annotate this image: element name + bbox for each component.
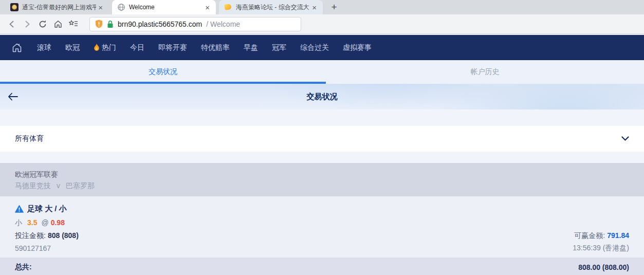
forward-nav-icon[interactable] xyxy=(20,16,35,32)
site-nav-bar: 滚球 欧冠 热门 今日 即将开赛 特优赔率 早盘 冠军 综合过关 虚拟赛事 xyxy=(0,35,644,60)
browser-tab-title: 通宝-信誉最好的网上游戏平 xyxy=(22,3,96,12)
nav-item-parlay[interactable]: 综合过关 xyxy=(300,43,329,52)
odds-value: 0.98 xyxy=(51,218,65,227)
chevron-down-icon xyxy=(621,136,629,141)
tab-account-history[interactable]: 帐户历史 xyxy=(326,60,644,84)
nav-item-special-odds[interactable]: 特优赔率 xyxy=(201,43,230,52)
match-teams: 马德里竞技v巴塞罗那 xyxy=(15,180,629,191)
page-tab-bar: 交易状况 帐户历史 xyxy=(0,60,644,84)
reload-icon[interactable] xyxy=(35,16,50,32)
page-title: 交易状况 xyxy=(307,92,338,102)
browser-tab-title: 海燕策略论坛 - 综合交流大 xyxy=(236,3,310,12)
https-lock-icon[interactable] xyxy=(107,20,114,28)
nav-home-icon[interactable] xyxy=(11,43,23,53)
url-host: brn90.plastic5665765.com xyxy=(118,20,202,28)
nav-item-virtual[interactable]: 虚拟赛事 xyxy=(343,43,372,52)
close-tab-icon[interactable]: × xyxy=(203,3,212,12)
browser-tab-strip: 通宝-信誉最好的网上游戏平 × Welcome × 海燕策略论坛 - 综合交流大… xyxy=(0,0,644,14)
payout-label: 可赢金额: xyxy=(574,231,605,240)
selection-name: 小 xyxy=(15,218,22,227)
bet-id: 590127167 xyxy=(15,244,51,252)
close-tab-icon[interactable]: × xyxy=(96,3,105,12)
league-name: 欧洲冠军联赛 xyxy=(15,169,629,180)
total-value: 808.00 (808.00) xyxy=(578,263,629,271)
sport-filter-label: 所有体育 xyxy=(15,134,44,143)
selection-line: 小3.5@0.98 xyxy=(15,216,629,230)
at-sign: @ xyxy=(41,218,48,227)
haiyan-favicon-icon xyxy=(224,3,232,11)
nav-item-ucl[interactable]: 欧冠 xyxy=(65,43,80,52)
back-arrow-icon[interactable] xyxy=(6,90,20,103)
bet-card: 欧洲冠军联赛 马德里竞技v巴塞罗那 足球 大 / 小 小3.5@0.98 投注金… xyxy=(0,163,644,275)
bet-details: 足球 大 / 小 小3.5@0.98 投注金额:808 (808) 可赢金额:7… xyxy=(0,196,644,258)
flame-icon xyxy=(94,44,100,51)
handicap-line: 3.5 xyxy=(27,218,37,227)
home-team: 马德里竞技 xyxy=(15,181,51,190)
amounts-line: 投注金额:808 (808) 可赢金额:791.84 xyxy=(15,230,629,242)
meta-line: 590127167 13:56:39 (香港盘) xyxy=(15,242,629,254)
market-line: 足球 大 / 小 xyxy=(15,200,629,216)
browser-tab-title: Welcome xyxy=(129,4,203,11)
warning-triangle-icon xyxy=(15,205,24,213)
match-header: 欧洲冠军联赛 马德里竞技v巴塞罗那 xyxy=(0,163,644,196)
stake-value: 808 (808) xyxy=(48,231,79,240)
page-header: 交易状况 xyxy=(0,84,644,109)
back-nav-icon[interactable] xyxy=(4,16,20,32)
close-tab-icon[interactable]: × xyxy=(310,3,319,12)
away-team: 巴塞罗那 xyxy=(66,181,95,190)
bookmarks-icon[interactable] xyxy=(66,16,81,32)
home-icon[interactable] xyxy=(50,16,66,32)
tongbao-favicon-icon xyxy=(10,3,19,11)
total-row: 总共: 808.00 (808.00) xyxy=(0,258,644,275)
browser-tab-tongbao[interactable]: 通宝-信誉最好的网上游戏平 × xyxy=(5,0,109,14)
content-area: 所有体育 欧洲冠军联赛 马德里竞技v巴塞罗那 足球 大 / 小 小3.5@0.9… xyxy=(0,109,644,274)
nav-item-hot[interactable]: 热门 xyxy=(94,43,116,52)
extension-warning-shield-icon[interactable] xyxy=(95,20,103,28)
tab-transactions[interactable]: 交易状况 xyxy=(0,60,326,84)
stake-label: 投注金额: xyxy=(15,231,46,240)
nav-item-early[interactable]: 早盘 xyxy=(244,43,258,52)
new-tab-button[interactable]: + xyxy=(327,1,341,13)
versus-label: v xyxy=(57,181,60,190)
address-bar[interactable]: brn90.plastic5665765.com / Welcome xyxy=(89,17,301,31)
nav-item-outright[interactable]: 冠军 xyxy=(272,43,286,52)
nav-item-today[interactable]: 今日 xyxy=(130,43,144,52)
sport-filter-select[interactable]: 所有体育 xyxy=(0,126,644,152)
url-path: / Welcome xyxy=(206,20,240,28)
nav-item-upcoming[interactable]: 即将开赛 xyxy=(158,43,187,52)
browser-toolbar: brn90.plastic5665765.com / Welcome xyxy=(0,14,644,34)
total-label: 总共: xyxy=(15,263,32,272)
browser-tab-haiyan[interactable]: 海燕策略论坛 - 综合交流大 × xyxy=(219,0,323,14)
bet-time: 13:56:39 (香港盘) xyxy=(573,244,629,253)
payout-value: 791.84 xyxy=(607,231,629,240)
globe-icon xyxy=(117,3,125,11)
nav-item-live[interactable]: 滚球 xyxy=(37,43,51,52)
browser-tab-welcome[interactable]: Welcome × xyxy=(112,0,216,14)
market-name: 足球 大 / 小 xyxy=(27,204,67,214)
